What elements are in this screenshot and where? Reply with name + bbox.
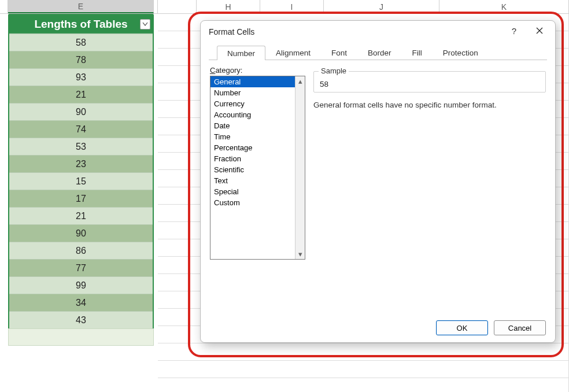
dialog-body: Category: GeneralNumberCurrencyAccountin… [201,60,555,313]
table-header-label: Lengths of Tables [34,18,127,31]
table-cell-value: 53 [76,142,86,152]
category-item-text[interactable]: Text [210,175,305,186]
sample-value: 58 [320,80,540,88]
sample-label: Sample [319,66,349,75]
tab-fill[interactable]: Fill [402,45,433,60]
category-item-scientific[interactable]: Scientific [210,164,305,175]
dialog-help-button[interactable]: ? [502,21,526,40]
table-cell-value: 78 [76,55,86,65]
column-resize-handle[interactable] [154,0,158,13]
table-row[interactable]: 90 [9,224,153,242]
table-row[interactable]: 90 [9,103,153,120]
table-row[interactable]: 93 [9,68,153,86]
listbox-scrollbar[interactable]: ▴ ▾ [295,76,305,259]
table-cell-value: 21 [76,211,86,221]
close-icon [536,27,543,34]
table-cell-value: 21 [76,90,86,100]
category-item-date[interactable]: Date [210,120,305,131]
table-cell-value: 90 [76,228,86,239]
table-cell-value: 58 [76,38,86,48]
category-listbox[interactable]: GeneralNumberCurrencyAccountingDateTimeP… [210,76,305,260]
table-cell-value: 99 [76,280,86,291]
category-accelerator: C [210,66,215,75]
category-item-special[interactable]: Special [210,186,305,197]
table-cell-value: 17 [76,194,86,204]
table-row[interactable]: 74 [9,120,153,138]
category-description: General format cells have no specific nu… [313,101,546,109]
table-row[interactable]: 17 [9,190,153,207]
table-row[interactable]: 15 [9,172,153,190]
table-row[interactable]: 77 [9,259,153,276]
column-header-K[interactable]: K [439,0,569,13]
tab-border[interactable]: Border [357,45,402,60]
table-cell-value: 86 [76,246,86,256]
column-header-gap [158,0,197,13]
chevron-down-icon [142,22,148,27]
category-item-time[interactable]: Time [210,131,305,142]
tab-font[interactable]: Font [321,45,357,60]
category-item-currency[interactable]: Currency [210,98,305,109]
table-cell-value: 90 [76,107,86,117]
table-cell-value: 77 [76,263,86,273]
dialog-tabs: NumberAlignmentFontBorderFillProtection [209,43,547,60]
column-header-J[interactable]: J [324,0,439,13]
table-cell-value: 93 [76,72,86,83]
table-row[interactable]: 43 [9,311,153,328]
dialog-titlebar[interactable]: Format Cells ? [201,21,555,43]
dialog-title: Format Cells [209,27,254,36]
category-label: Category: [210,66,305,75]
table-cell-value: 23 [76,159,86,169]
sample-groupbox: Sample 58 [313,71,546,93]
grid-row[interactable] [158,361,569,378]
table-total-placeholder-row[interactable] [8,328,154,346]
column-header-I[interactable]: I [260,0,324,13]
table-cell-value: 34 [76,298,86,308]
dialog-close-button[interactable] [527,21,552,40]
category-item-number[interactable]: Number [210,87,305,98]
category-item-fraction[interactable]: Fraction [210,153,305,164]
cancel-button[interactable]: Cancel [494,320,546,335]
dialog-footer: OK Cancel [201,313,555,342]
tab-protection[interactable]: Protection [433,45,489,60]
format-cells-dialog: Format Cells ? NumberAlignmentFontBorder… [200,20,556,343]
category-item-accounting[interactable]: Accounting [210,109,305,120]
table-row[interactable]: 53 [9,138,153,155]
scroll-up-arrow-icon[interactable]: ▴ [295,76,305,86]
table-cell-value: 15 [76,176,86,187]
table-row[interactable]: 86 [9,242,153,259]
table-cell-value: 74 [76,124,86,135]
category-label-rest: ategory: [215,66,242,75]
category-item-percentage[interactable]: Percentage [210,142,305,153]
grid-row[interactable] [158,343,569,361]
column-header-row: E H I J K [0,0,569,14]
table-row[interactable]: 58 [9,34,153,51]
column-header-sliver [0,0,8,13]
table-row[interactable]: 99 [9,276,153,294]
table-row[interactable]: 23 [9,155,153,172]
column-header-E[interactable]: E [8,0,154,13]
lengths-table: Lengths of Tables 5878932190745323151721… [8,14,154,330]
column-header-H[interactable]: H [197,0,260,13]
tab-alignment[interactable]: Alignment [265,45,321,60]
ok-button[interactable]: OK [436,320,488,335]
table-row[interactable]: 78 [9,51,153,68]
table-cell-value: 43 [76,315,86,326]
grid-row[interactable] [158,378,569,392]
scroll-down-arrow-icon[interactable]: ▾ [295,249,305,259]
filter-dropdown-button[interactable] [140,19,150,29]
tab-number[interactable]: Number [217,46,265,60]
category-item-general[interactable]: General [210,76,305,87]
table-row[interactable]: 34 [9,294,153,311]
category-item-custom[interactable]: Custom [210,197,305,208]
table-row[interactable]: 21 [9,207,153,224]
table-row[interactable]: 21 [9,86,153,103]
table-header-cell[interactable]: Lengths of Tables [9,15,153,34]
